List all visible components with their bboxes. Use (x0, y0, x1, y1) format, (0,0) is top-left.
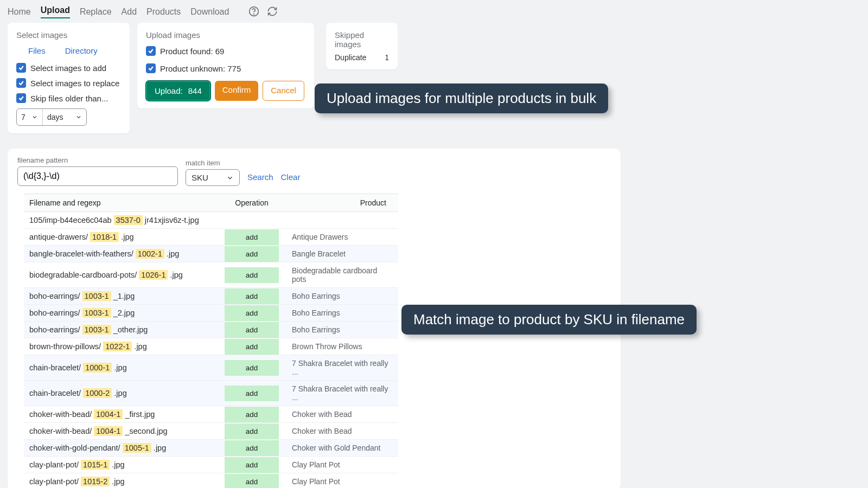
product-found-label: Product found: 69 (160, 47, 224, 56)
checkbox-skip[interactable] (16, 93, 26, 103)
cell-product: 7 Shakra Bracelet with really ... (279, 381, 398, 406)
skipped-images-title: Skipped images (335, 30, 389, 49)
cell-product: Clay Plant Pot (279, 457, 398, 473)
nav-home[interactable]: Home (8, 7, 31, 17)
cell-product: Boho Earrings (279, 288, 398, 304)
cell-filename: clay-plant-pot/ 1015-1 .jpg (24, 457, 225, 473)
chevron-down-icon (226, 174, 234, 182)
table-row[interactable]: 105/imp-b44ece6c04ab 3537-0 jr41xjisv6z-… (24, 212, 398, 229)
results-table: Filename and regexp Operation Product 10… (24, 194, 398, 488)
cell-operation: add (225, 322, 279, 338)
cell-filename: biodegradable-cardboard-pots/ 1026-1 .jp… (24, 267, 225, 283)
checkbox-product-unknown[interactable] (146, 63, 156, 73)
table-row[interactable]: boho-earrings/ 1003-1 _2.jpgaddBoho Earr… (24, 305, 398, 322)
table-row[interactable]: choker-with-gold-pendant/ 1005-1 .jpgadd… (24, 440, 398, 457)
checkbox-product-found[interactable] (146, 46, 156, 56)
pattern-input[interactable] (17, 166, 178, 186)
cell-operation: add (225, 423, 279, 439)
table-row[interactable]: bangle-bracelet-with-feathers/ 1002-1 .j… (24, 246, 398, 262)
checkbox-add[interactable] (16, 63, 26, 73)
checkbox-add-label: Select images to add (30, 63, 106, 73)
match-label: match item (186, 159, 240, 167)
sku-highlight: 1003-1 (82, 325, 111, 335)
cell-operation: add (225, 474, 279, 489)
age-unit-select[interactable]: days (43, 109, 86, 125)
table-row[interactable]: choker-with-bead/ 1004-1 _second.jpgaddC… (24, 423, 398, 440)
table-row[interactable]: clay-plant-pot/ 1015-2 .jpgaddClay Plant… (24, 473, 398, 488)
cell-product: Clay Plant Pot (279, 473, 398, 488)
age-selector: 7 days (16, 108, 87, 126)
cell-filename: choker-with-gold-pendant/ 1005-1 .jpg (24, 440, 225, 456)
upload-button[interactable]: Upload: 844 (146, 81, 210, 101)
cell-operation: add (225, 407, 279, 422)
nav-download[interactable]: Download (190, 7, 229, 17)
checkbox-replace-label: Select images to replace (30, 79, 119, 88)
skipped-duplicate-label: Duplicate (335, 53, 366, 62)
sku-highlight: 1015-2 (81, 477, 110, 486)
chevron-down-icon (75, 114, 82, 120)
cell-operation: add (225, 229, 279, 245)
nav-add[interactable]: Add (122, 7, 137, 17)
cell-filename: clay-plant-pot/ 1015-2 .jpg (24, 473, 225, 488)
sku-highlight: 1022-1 (103, 342, 132, 351)
cell-product: Boho Earrings (279, 305, 398, 321)
nav-replace[interactable]: Replace (80, 7, 112, 17)
age-number-select[interactable]: 7 (17, 109, 43, 125)
cell-operation: add (225, 457, 279, 473)
nav-upload[interactable]: Upload (41, 5, 70, 18)
pattern-label: filename pattern (17, 156, 178, 164)
sku-highlight: 1000-1 (83, 363, 112, 373)
search-link[interactable]: Search (247, 172, 273, 186)
select-images-card: Select images Files Directory Select ima… (8, 23, 130, 133)
col-operation-header: Operation (225, 194, 279, 211)
tab-directory[interactable]: Directory (65, 46, 98, 55)
skipped-duplicate-value: 1 (385, 53, 389, 62)
cell-filename: chain-bracelet/ 1000-2 .jpg (24, 385, 225, 401)
cell-operation: add (225, 339, 279, 355)
table-row[interactable]: chain-bracelet/ 1000-1 .jpgadd7 Shakra B… (24, 355, 398, 381)
table-row[interactable]: brown-throw-pillows/ 1022-1 .jpgaddBrown… (24, 338, 398, 355)
cell-operation: add (225, 267, 279, 283)
match-select[interactable]: SKU (186, 169, 240, 186)
col-filename-header: Filename and regexp (24, 194, 225, 211)
sku-highlight: 1015-1 (81, 460, 110, 470)
cell-filename: boho-earrings/ 1003-1 _other.jpg (24, 322, 225, 338)
sku-highlight: 1000-2 (83, 388, 112, 398)
help-icon[interactable] (248, 6, 259, 18)
cell-operation (225, 216, 279, 224)
cell-filename: choker-with-bead/ 1004-1 _second.jpg (24, 423, 225, 439)
sku-highlight: 1002-1 (136, 249, 164, 259)
cell-product: Boho Earrings (279, 322, 398, 338)
table-row[interactable]: biodegradable-cardboard-pots/ 1026-1 .jp… (24, 262, 398, 288)
table-row[interactable]: clay-plant-pot/ 1015-1 .jpgaddClay Plant… (24, 457, 398, 473)
cell-filename: boho-earrings/ 1003-1 _2.jpg (24, 305, 225, 321)
table-row[interactable]: boho-earrings/ 1003-1 _other.jpgaddBoho … (24, 322, 398, 338)
cancel-button[interactable]: Cancel (263, 81, 304, 101)
refresh-icon[interactable] (267, 6, 278, 18)
sku-highlight: 1003-1 (82, 291, 111, 301)
cell-product (279, 216, 398, 224)
cell-filename: boho-earrings/ 1003-1 _1.jpg (24, 288, 225, 304)
checkbox-skip-label: Skip files older than... (30, 94, 108, 103)
callout-match-sku: Match image to product by SKU in filenam… (401, 305, 697, 335)
select-images-title: Select images (16, 30, 121, 40)
cell-filename: 105/imp-b44ece6c04ab 3537-0 jr41xjisv6z-… (24, 212, 225, 228)
cell-product: Brown Throw Pillows (279, 338, 398, 355)
cell-filename: antique-drawers/ 1018-1 .jpg (24, 229, 225, 245)
upload-images-title: Upload images (146, 30, 305, 40)
cell-operation: add (225, 288, 279, 304)
callout-bulk-upload: Upload images for multiple products in b… (315, 84, 608, 113)
table-row[interactable]: choker-with-bead/ 1004-1 _first.jpgaddCh… (24, 406, 398, 423)
tab-files[interactable]: Files (28, 46, 46, 55)
cell-filename: choker-with-bead/ 1004-1 _first.jpg (24, 406, 225, 422)
confirm-button[interactable]: Confirm (215, 81, 259, 101)
table-row[interactable]: antique-drawers/ 1018-1 .jpgaddAntique D… (24, 229, 398, 246)
table-row[interactable]: chain-bracelet/ 1000-2 .jpgadd7 Shakra B… (24, 381, 398, 406)
checkbox-replace[interactable] (16, 78, 26, 88)
product-unknown-label: Product unknown: 775 (160, 64, 241, 73)
nav-products[interactable]: Products (146, 7, 181, 17)
cell-product: Biodegradable cardboard pots (279, 262, 398, 287)
table-row[interactable]: boho-earrings/ 1003-1 _1.jpgaddBoho Earr… (24, 288, 398, 305)
cell-operation: add (225, 386, 279, 401)
clear-link[interactable]: Clear (281, 172, 301, 186)
